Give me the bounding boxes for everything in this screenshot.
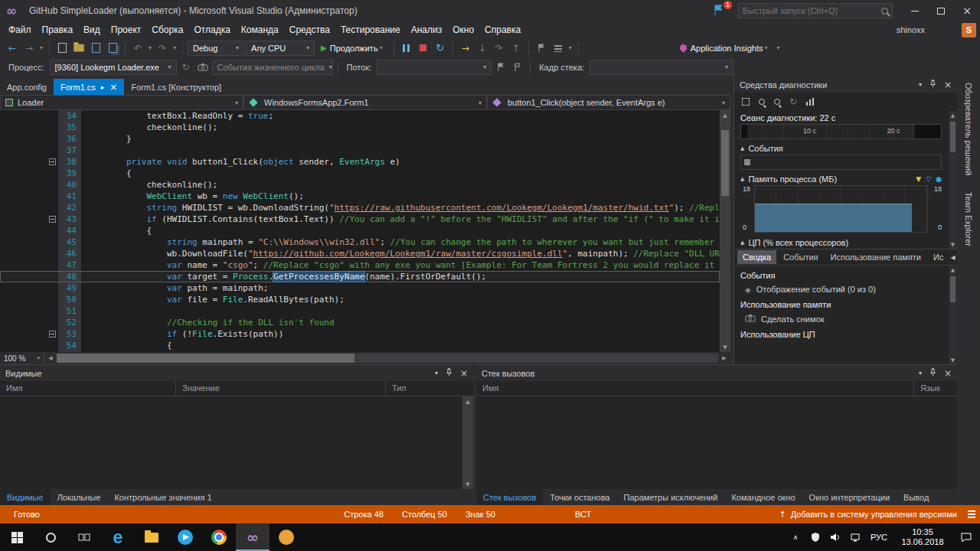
step-into-icon[interactable]: ↓ bbox=[475, 41, 490, 56]
solution-configuration-dropdown[interactable]: Debug▾ bbox=[188, 41, 244, 56]
code-lines[interactable]: 34textBox1.ReadOnly = true;35checkonline… bbox=[0, 110, 720, 352]
save-all-icon[interactable] bbox=[105, 41, 120, 56]
code-line-36[interactable]: 36} bbox=[0, 133, 720, 145]
scroll-right-icon[interactable]: ▶ bbox=[718, 355, 730, 361]
flag-thread-outline-icon[interactable] bbox=[510, 60, 525, 75]
menu-item-2[interactable]: Вид bbox=[78, 24, 106, 35]
close-tab-icon[interactable]: × bbox=[109, 82, 117, 93]
orange-app-button[interactable] bbox=[270, 523, 303, 551]
autos-header[interactable]: Видимые ▾ × bbox=[0, 365, 473, 381]
solution-platform-dropdown[interactable]: Any CPU▾ bbox=[246, 41, 315, 56]
undo-icon[interactable]: ↶ bbox=[130, 41, 145, 56]
code-line-38[interactable]: 38private void button1_Click(object send… bbox=[0, 156, 720, 168]
code-line-41[interactable]: 41WebClient wb = new WebClient(); bbox=[0, 191, 720, 202]
tab-app-config[interactable]: App.config bbox=[0, 79, 54, 95]
scroll-up-icon[interactable]: ▲ bbox=[462, 396, 473, 406]
callstack-tab-5[interactable]: Вывод bbox=[897, 489, 936, 505]
column-language[interactable]: Язык bbox=[914, 381, 957, 396]
feedback-flag-icon[interactable]: 1 bbox=[714, 5, 726, 17]
autos-tab-0[interactable]: Видимые bbox=[0, 489, 51, 505]
menu-item-10[interactable]: Окно bbox=[447, 24, 479, 35]
step-over-icon[interactable]: ↷ bbox=[492, 41, 507, 56]
menu-item-3[interactable]: Проект bbox=[106, 24, 147, 35]
code-line-37[interactable]: 37 bbox=[0, 145, 720, 156]
zoom-dropdown[interactable]: 100 %▾ bbox=[0, 352, 44, 364]
call-stack-header[interactable]: Стек вызовов ▾ × bbox=[476, 365, 957, 381]
menu-item-0[interactable]: Файл bbox=[3, 24, 37, 35]
scrollbar-thumb[interactable] bbox=[950, 276, 956, 302]
window-position-icon[interactable]: ▾ bbox=[919, 81, 922, 88]
refresh-process-icon[interactable]: ↻ bbox=[178, 60, 194, 75]
events-track[interactable] bbox=[740, 155, 942, 170]
summary-scrollbar[interactable]: ▲ ▼ bbox=[949, 266, 957, 364]
horizontal-scrollbar[interactable] bbox=[57, 354, 718, 363]
autos-scrollbar[interactable]: ▲ ▼ bbox=[462, 396, 473, 489]
timeline-select-icon[interactable] bbox=[742, 98, 750, 106]
diag-tab-2[interactable]: Использование памяти bbox=[825, 250, 926, 264]
code-line-54[interactable]: 54{ bbox=[0, 340, 720, 351]
code-line-44[interactable]: 44{ bbox=[0, 225, 720, 236]
menu-item-7[interactable]: Средства bbox=[284, 24, 335, 35]
redo-icon[interactable]: ↷ bbox=[155, 41, 170, 56]
code-editor[interactable]: 34textBox1.ReadOnly = true;35checkonline… bbox=[0, 110, 730, 352]
minimize-button[interactable] bbox=[902, 0, 928, 21]
callstack-tab-0[interactable]: Стек вызовов bbox=[476, 489, 543, 505]
code-line-34[interactable]: 34textBox1.ReadOnly = true; bbox=[0, 110, 720, 122]
column-name[interactable]: Имя bbox=[0, 381, 176, 396]
quick-launch-input[interactable] bbox=[743, 6, 881, 15]
close-panel-icon[interactable]: × bbox=[944, 368, 952, 379]
quick-launch-search[interactable] bbox=[738, 3, 893, 18]
file-explorer-button[interactable] bbox=[135, 523, 168, 551]
menu-item-11[interactable]: Справка bbox=[479, 24, 526, 35]
source-control-button[interactable]: ↑ Добавить в систему управления версиями bbox=[779, 510, 975, 520]
diag-tab-0[interactable]: Сводка bbox=[737, 250, 776, 264]
memory-snapshot-icon[interactable] bbox=[195, 60, 211, 75]
timeline-ruler[interactable]: 10 с 20 с bbox=[740, 124, 942, 139]
user-name[interactable]: shinoxx bbox=[897, 25, 925, 34]
step-out-icon[interactable]: ↑ bbox=[508, 41, 524, 56]
search-button[interactable] bbox=[34, 523, 67, 551]
line-list-icon[interactable] bbox=[550, 41, 566, 56]
maximize-button[interactable] bbox=[928, 0, 954, 21]
events-display-row[interactable]: ◈ Отображение событий (0 из 0) bbox=[740, 282, 946, 296]
code-line-51[interactable]: 51 bbox=[0, 305, 720, 317]
callstack-tab-2[interactable]: Параметры исключений bbox=[617, 489, 725, 505]
zoom-in-icon[interactable] bbox=[759, 99, 765, 105]
open-file-icon[interactable] bbox=[71, 41, 87, 56]
scrollbar-thumb[interactable] bbox=[950, 122, 956, 152]
start-button[interactable] bbox=[0, 523, 34, 551]
code-line-47[interactable]: 47var name = "csgo"; //Replace "csgo" wi… bbox=[0, 259, 720, 271]
menu-item-9[interactable]: Анализ bbox=[406, 24, 448, 35]
repository-icon[interactable] bbox=[968, 510, 975, 518]
memory-chart[interactable] bbox=[754, 185, 928, 233]
menu-item-1[interactable]: Правка bbox=[37, 24, 79, 35]
callstack-tab-3[interactable]: Командное окно bbox=[724, 489, 802, 505]
code-line-42[interactable]: 42string HWIDLIST = wb.DownloadString("h… bbox=[0, 202, 720, 214]
stack-frame-dropdown[interactable]: ▾ bbox=[590, 60, 733, 75]
break-all-icon[interactable] bbox=[399, 41, 414, 56]
notification-center-button[interactable] bbox=[952, 523, 980, 551]
show-next-statement-icon[interactable]: → bbox=[458, 41, 473, 56]
code-line-39[interactable]: 39{ bbox=[0, 168, 720, 179]
toolbar-options-icon[interactable]: ▾ bbox=[775, 44, 781, 51]
scroll-down-icon[interactable]: ▼ bbox=[720, 342, 730, 352]
code-line-53[interactable]: 53if (!File.Exists(path)) bbox=[0, 328, 720, 340]
network-icon[interactable] bbox=[845, 523, 865, 551]
reset-view-icon[interactable]: ↻ bbox=[789, 96, 797, 107]
scroll-up-icon[interactable]: ▲ bbox=[949, 266, 957, 274]
lifecycle-events-dropdown[interactable]: События жизненного цикла▾ bbox=[212, 60, 333, 75]
volume-icon[interactable] bbox=[825, 523, 845, 551]
diag-tab-1[interactable]: События bbox=[778, 250, 823, 264]
menu-item-5[interactable]: Отладка bbox=[188, 24, 235, 35]
type-dropdown[interactable]: WindowsFormsApp2.Form1▾ bbox=[243, 95, 487, 110]
zoom-out-icon[interactable] bbox=[774, 99, 780, 105]
navigate-back-icon[interactable]: ← bbox=[5, 41, 20, 56]
navigation-dropdown-icon[interactable]: ▾ bbox=[38, 44, 44, 51]
scroll-up-icon[interactable]: ▲ bbox=[949, 111, 957, 119]
scroll-left-icon[interactable]: ◀ bbox=[44, 355, 57, 361]
hidden-icons-chevron[interactable]: ∧ bbox=[786, 523, 805, 551]
close-panel-icon[interactable]: × bbox=[460, 368, 468, 379]
toolbar-overflow-icon[interactable]: ▾ bbox=[567, 44, 573, 51]
edge-button[interactable]: e bbox=[101, 523, 135, 551]
horizontal-scrollbar-thumb[interactable] bbox=[57, 354, 354, 363]
